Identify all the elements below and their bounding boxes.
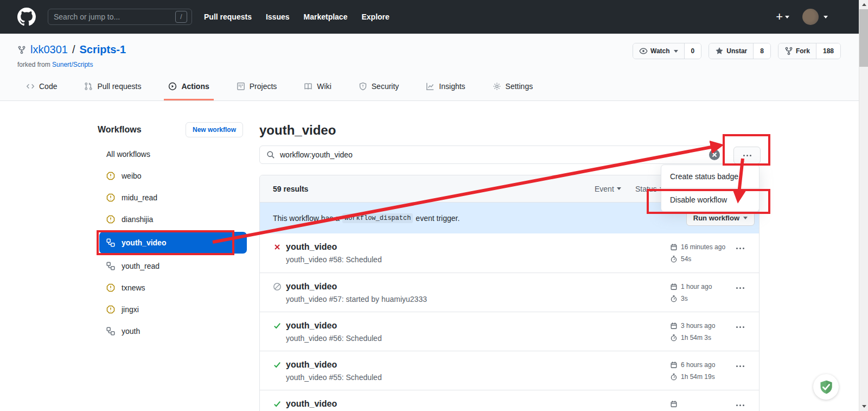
workflow-search-row: workflow:youth_video	[259, 146, 760, 164]
sidebar-item-label: jingxi	[122, 305, 139, 314]
run-row[interactable]: youth_video youth_video #57: started by …	[260, 273, 759, 312]
scrollbar-up-button[interactable]	[859, 0, 868, 9]
sidebar-item-all-workflows[interactable]: All workflows	[98, 143, 243, 165]
chevron-down-icon	[743, 217, 748, 219]
sidebar-item-youth-read[interactable]: youth_read	[98, 255, 243, 277]
run-options-button[interactable]	[736, 365, 744, 367]
tab-code[interactable]: Code	[22, 73, 61, 100]
run-options-button[interactable]	[736, 404, 744, 406]
workflow-search-input[interactable]: workflow:youth_video	[259, 146, 725, 164]
tab-security[interactable]: Security	[354, 73, 404, 100]
unstar-button[interactable]: Unstar	[709, 43, 753, 59]
run-meta	[670, 400, 681, 408]
adguard-shield-icon[interactable]	[813, 374, 839, 400]
run-options-button[interactable]	[736, 326, 744, 328]
tab-projects[interactable]: Projects	[232, 73, 282, 100]
github-logo-icon[interactable]	[17, 8, 36, 26]
nav-link-issues[interactable]: Issues	[266, 12, 290, 21]
sidebar-item-dianshijia[interactable]: dianshijia	[98, 208, 243, 230]
menu-item-disable-workflow[interactable]: Disable workflow	[661, 188, 759, 211]
shield-icon	[359, 82, 367, 91]
tab-insights[interactable]: Insights	[422, 73, 469, 100]
search-value: workflow:youth_video	[280, 150, 353, 159]
user-menu[interactable]	[802, 9, 828, 25]
tab-label: Insights	[439, 82, 465, 91]
stopwatch-icon	[670, 334, 678, 342]
run-title-link[interactable]: youth_video	[286, 399, 337, 409]
sidebar-item-weibo[interactable]: weibo	[98, 165, 243, 187]
run-list: youth_video youth_video #58: Scheduled 1…	[260, 233, 759, 411]
run-title-link[interactable]: youth_video	[286, 321, 337, 331]
run-title-link[interactable]: youth_video	[286, 242, 337, 252]
star-button-group: Unstar 8	[709, 43, 771, 59]
forked-from-link[interactable]: Sunert/Scripts	[52, 61, 93, 68]
menu-item-create-status-badge[interactable]: Create status badge	[661, 165, 759, 188]
run-row[interactable]: youth_video	[260, 390, 759, 411]
sidebar-item-txnews[interactable]: txnews	[98, 277, 243, 299]
scrollbar[interactable]	[859, 0, 868, 411]
new-workflow-button[interactable]: New workflow	[186, 122, 243, 137]
repo-owner-link[interactable]: lxk0301	[30, 43, 68, 56]
sidebar-item-jingxi[interactable]: jingxi	[98, 299, 243, 320]
scrollbar-down-button[interactable]	[859, 402, 868, 411]
check-success-icon	[273, 361, 282, 369]
chevron-down-icon	[785, 16, 789, 18]
banner-text: This workflow has a	[273, 214, 340, 223]
global-search-placeholder: Search or jump to...	[54, 12, 175, 21]
run-workflow-button[interactable]: Run workflow	[686, 210, 755, 226]
sidebar-header: Workflows New workflow	[98, 122, 243, 138]
sidebar-item-label: All workflows	[106, 150, 150, 159]
nav-link-explore[interactable]: Explore	[361, 12, 389, 21]
watch-count[interactable]: 0	[684, 43, 701, 59]
clear-search-button[interactable]	[709, 149, 720, 160]
repo-name-link[interactable]: Scripts-1	[80, 43, 126, 56]
run-title-link[interactable]: youth_video	[286, 360, 337, 370]
run-options-button[interactable]	[736, 287, 744, 289]
tab-label: Pull requests	[97, 82, 141, 91]
status-filter-dropdown[interactable]: Status	[635, 185, 664, 193]
workflow-options-menu: Create status badge Disable workflow	[661, 165, 760, 212]
tab-label: Projects	[250, 82, 277, 91]
warning-icon	[106, 193, 115, 202]
run-options-button[interactable]	[736, 248, 744, 249]
tab-actions[interactable]: Actions	[164, 73, 213, 100]
run-meta: 1 hour ago 3s	[670, 282, 712, 303]
tab-label: Settings	[506, 82, 533, 91]
run-row[interactable]: youth_video youth_video #56: Scheduled 3…	[260, 312, 759, 351]
run-time: 16 minutes ago	[681, 243, 725, 251]
run-row[interactable]: youth_video youth_video #58: Scheduled 1…	[260, 233, 759, 273]
calendar-icon	[670, 283, 678, 290]
slash-key-hint: /	[175, 11, 187, 23]
star-count[interactable]: 8	[753, 43, 770, 59]
run-meta: 6 hours ago 1h 54m 19s	[670, 361, 715, 381]
sidebar-item-youth-video[interactable]: youth_video	[99, 232, 247, 254]
create-new-menu[interactable]: +	[776, 10, 789, 24]
calendar-icon	[670, 361, 678, 369]
page-title: youth_video	[259, 122, 760, 139]
tab-pull-requests[interactable]: Pull requests	[80, 73, 145, 100]
sidebar-item-label: youth_read	[122, 262, 159, 270]
fork-count[interactable]: 188	[816, 43, 840, 59]
sidebar-item-label: weibo	[122, 172, 142, 180]
event-filter-label: Event	[595, 185, 614, 193]
run-title-link[interactable]: youth_video	[286, 282, 337, 292]
run-row[interactable]: youth_video youth_video #55: Scheduled 6…	[260, 351, 759, 390]
book-icon	[304, 82, 312, 91]
tab-settings[interactable]: Settings	[488, 73, 538, 100]
sidebar-item-youth[interactable]: youth	[98, 320, 243, 342]
watch-button-group: Watch 0	[633, 43, 701, 59]
nav-link-pull-requests[interactable]: Pull requests	[204, 12, 252, 21]
repo-header: lxk0301 / Scripts-1 forked from Sunert/S…	[0, 34, 868, 101]
sidebar-item-midu-read[interactable]: midu_read	[98, 187, 243, 208]
scrollbar-thumb[interactable]	[859, 9, 868, 67]
event-filter-dropdown[interactable]: Event	[595, 185, 621, 193]
project-icon	[237, 82, 245, 91]
watch-button[interactable]: Watch	[633, 43, 684, 59]
warning-icon	[106, 283, 115, 292]
git-pull-request-icon	[84, 82, 93, 91]
fork-button[interactable]: Fork	[778, 43, 816, 59]
tab-wiki[interactable]: Wiki	[299, 73, 335, 100]
nav-link-marketplace[interactable]: Marketplace	[304, 12, 348, 21]
repo-forked-icon	[784, 47, 793, 55]
global-search-input[interactable]: Search or jump to... /	[48, 9, 192, 25]
